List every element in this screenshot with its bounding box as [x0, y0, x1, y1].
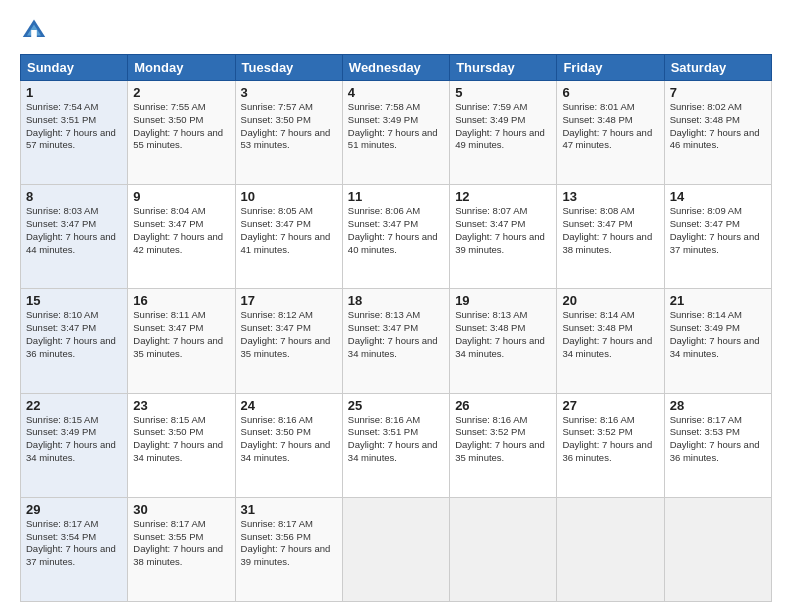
calendar-cell: 6Sunrise: 8:01 AMSunset: 3:48 PMDaylight…	[557, 81, 664, 185]
day-number: 14	[670, 189, 766, 204]
calendar-cell: 17Sunrise: 8:12 AMSunset: 3:47 PMDayligh…	[235, 289, 342, 393]
week-row-5: 29Sunrise: 8:17 AMSunset: 3:54 PMDayligh…	[21, 497, 772, 601]
day-info: Sunrise: 8:01 AMSunset: 3:48 PMDaylight:…	[562, 101, 658, 152]
logo	[20, 16, 52, 44]
day-info: Sunrise: 8:12 AMSunset: 3:47 PMDaylight:…	[241, 309, 337, 360]
day-info: Sunrise: 8:07 AMSunset: 3:47 PMDaylight:…	[455, 205, 551, 256]
day-number: 3	[241, 85, 337, 100]
day-number: 22	[26, 398, 122, 413]
calendar-cell: 8Sunrise: 8:03 AMSunset: 3:47 PMDaylight…	[21, 185, 128, 289]
day-info: Sunrise: 8:05 AMSunset: 3:47 PMDaylight:…	[241, 205, 337, 256]
calendar-cell: 25Sunrise: 8:16 AMSunset: 3:51 PMDayligh…	[342, 393, 449, 497]
day-number: 21	[670, 293, 766, 308]
calendar-cell	[664, 497, 771, 601]
day-info: Sunrise: 8:15 AMSunset: 3:50 PMDaylight:…	[133, 414, 229, 465]
calendar-cell: 13Sunrise: 8:08 AMSunset: 3:47 PMDayligh…	[557, 185, 664, 289]
day-info: Sunrise: 8:02 AMSunset: 3:48 PMDaylight:…	[670, 101, 766, 152]
calendar-cell: 29Sunrise: 8:17 AMSunset: 3:54 PMDayligh…	[21, 497, 128, 601]
day-info: Sunrise: 8:14 AMSunset: 3:48 PMDaylight:…	[562, 309, 658, 360]
header-cell-wednesday: Wednesday	[342, 55, 449, 81]
page: SundayMondayTuesdayWednesdayThursdayFrid…	[0, 0, 792, 612]
week-row-3: 15Sunrise: 8:10 AMSunset: 3:47 PMDayligh…	[21, 289, 772, 393]
header-cell-tuesday: Tuesday	[235, 55, 342, 81]
day-number: 30	[133, 502, 229, 517]
day-number: 2	[133, 85, 229, 100]
day-number: 25	[348, 398, 444, 413]
week-row-2: 8Sunrise: 8:03 AMSunset: 3:47 PMDaylight…	[21, 185, 772, 289]
calendar-cell: 21Sunrise: 8:14 AMSunset: 3:49 PMDayligh…	[664, 289, 771, 393]
day-info: Sunrise: 7:57 AMSunset: 3:50 PMDaylight:…	[241, 101, 337, 152]
day-info: Sunrise: 8:16 AMSunset: 3:50 PMDaylight:…	[241, 414, 337, 465]
calendar-cell: 10Sunrise: 8:05 AMSunset: 3:47 PMDayligh…	[235, 185, 342, 289]
day-number: 13	[562, 189, 658, 204]
calendar-cell: 3Sunrise: 7:57 AMSunset: 3:50 PMDaylight…	[235, 81, 342, 185]
day-number: 18	[348, 293, 444, 308]
calendar-header: SundayMondayTuesdayWednesdayThursdayFrid…	[21, 55, 772, 81]
day-number: 29	[26, 502, 122, 517]
day-number: 26	[455, 398, 551, 413]
day-number: 6	[562, 85, 658, 100]
calendar-cell: 31Sunrise: 8:17 AMSunset: 3:56 PMDayligh…	[235, 497, 342, 601]
header-cell-friday: Friday	[557, 55, 664, 81]
calendar-cell: 4Sunrise: 7:58 AMSunset: 3:49 PMDaylight…	[342, 81, 449, 185]
header	[20, 16, 772, 44]
calendar-cell: 18Sunrise: 8:13 AMSunset: 3:47 PMDayligh…	[342, 289, 449, 393]
day-info: Sunrise: 8:08 AMSunset: 3:47 PMDaylight:…	[562, 205, 658, 256]
calendar-cell: 22Sunrise: 8:15 AMSunset: 3:49 PMDayligh…	[21, 393, 128, 497]
day-number: 20	[562, 293, 658, 308]
day-info: Sunrise: 7:59 AMSunset: 3:49 PMDaylight:…	[455, 101, 551, 152]
day-info: Sunrise: 7:58 AMSunset: 3:49 PMDaylight:…	[348, 101, 444, 152]
day-number: 7	[670, 85, 766, 100]
day-info: Sunrise: 8:16 AMSunset: 3:51 PMDaylight:…	[348, 414, 444, 465]
day-info: Sunrise: 8:03 AMSunset: 3:47 PMDaylight:…	[26, 205, 122, 256]
calendar-cell: 28Sunrise: 8:17 AMSunset: 3:53 PMDayligh…	[664, 393, 771, 497]
calendar-cell	[450, 497, 557, 601]
svg-rect-2	[31, 30, 37, 37]
calendar-table: SundayMondayTuesdayWednesdayThursdayFrid…	[20, 54, 772, 602]
day-info: Sunrise: 8:17 AMSunset: 3:55 PMDaylight:…	[133, 518, 229, 569]
day-number: 19	[455, 293, 551, 308]
calendar-cell: 30Sunrise: 8:17 AMSunset: 3:55 PMDayligh…	[128, 497, 235, 601]
week-row-4: 22Sunrise: 8:15 AMSunset: 3:49 PMDayligh…	[21, 393, 772, 497]
header-cell-thursday: Thursday	[450, 55, 557, 81]
day-number: 12	[455, 189, 551, 204]
calendar-cell: 7Sunrise: 8:02 AMSunset: 3:48 PMDaylight…	[664, 81, 771, 185]
calendar-cell: 5Sunrise: 7:59 AMSunset: 3:49 PMDaylight…	[450, 81, 557, 185]
calendar-cell	[342, 497, 449, 601]
calendar-cell: 23Sunrise: 8:15 AMSunset: 3:50 PMDayligh…	[128, 393, 235, 497]
day-info: Sunrise: 8:10 AMSunset: 3:47 PMDaylight:…	[26, 309, 122, 360]
calendar-cell	[557, 497, 664, 601]
calendar-cell: 27Sunrise: 8:16 AMSunset: 3:52 PMDayligh…	[557, 393, 664, 497]
calendar-cell: 24Sunrise: 8:16 AMSunset: 3:50 PMDayligh…	[235, 393, 342, 497]
day-info: Sunrise: 8:16 AMSunset: 3:52 PMDaylight:…	[562, 414, 658, 465]
day-number: 23	[133, 398, 229, 413]
day-number: 15	[26, 293, 122, 308]
day-number: 11	[348, 189, 444, 204]
day-info: Sunrise: 7:55 AMSunset: 3:50 PMDaylight:…	[133, 101, 229, 152]
day-number: 28	[670, 398, 766, 413]
day-number: 9	[133, 189, 229, 204]
day-info: Sunrise: 8:17 AMSunset: 3:53 PMDaylight:…	[670, 414, 766, 465]
header-row: SundayMondayTuesdayWednesdayThursdayFrid…	[21, 55, 772, 81]
day-info: Sunrise: 8:15 AMSunset: 3:49 PMDaylight:…	[26, 414, 122, 465]
calendar-cell: 11Sunrise: 8:06 AMSunset: 3:47 PMDayligh…	[342, 185, 449, 289]
calendar-cell: 14Sunrise: 8:09 AMSunset: 3:47 PMDayligh…	[664, 185, 771, 289]
day-number: 17	[241, 293, 337, 308]
calendar-cell: 1Sunrise: 7:54 AMSunset: 3:51 PMDaylight…	[21, 81, 128, 185]
day-number: 27	[562, 398, 658, 413]
calendar-cell: 19Sunrise: 8:13 AMSunset: 3:48 PMDayligh…	[450, 289, 557, 393]
calendar-cell: 20Sunrise: 8:14 AMSunset: 3:48 PMDayligh…	[557, 289, 664, 393]
day-info: Sunrise: 8:17 AMSunset: 3:54 PMDaylight:…	[26, 518, 122, 569]
day-info: Sunrise: 8:13 AMSunset: 3:48 PMDaylight:…	[455, 309, 551, 360]
calendar-cell: 16Sunrise: 8:11 AMSunset: 3:47 PMDayligh…	[128, 289, 235, 393]
day-info: Sunrise: 8:13 AMSunset: 3:47 PMDaylight:…	[348, 309, 444, 360]
calendar-body: 1Sunrise: 7:54 AMSunset: 3:51 PMDaylight…	[21, 81, 772, 602]
logo-icon	[20, 16, 48, 44]
day-number: 31	[241, 502, 337, 517]
day-number: 10	[241, 189, 337, 204]
day-info: Sunrise: 8:17 AMSunset: 3:56 PMDaylight:…	[241, 518, 337, 569]
day-number: 5	[455, 85, 551, 100]
header-cell-saturday: Saturday	[664, 55, 771, 81]
day-number: 24	[241, 398, 337, 413]
day-info: Sunrise: 8:04 AMSunset: 3:47 PMDaylight:…	[133, 205, 229, 256]
